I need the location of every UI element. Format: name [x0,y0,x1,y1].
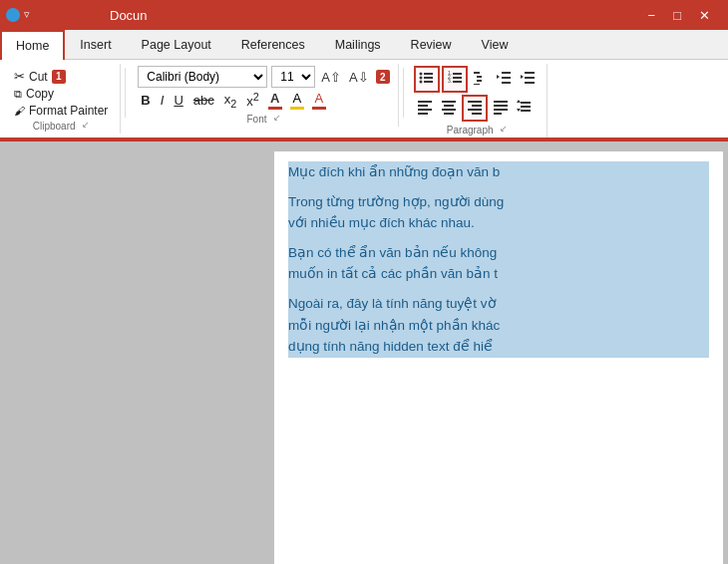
svg-rect-22 [525,82,535,84]
numbered-list-button[interactable]: 1. 2. 3. [442,66,468,93]
paragraph-3: Bạn có thể ẩn văn bản nếu không muốn in … [288,242,709,285]
close-button[interactable]: ✕ [691,8,718,23]
svg-rect-29 [444,105,454,107]
svg-rect-20 [525,72,535,74]
highlight-color-button[interactable]: A [288,90,306,111]
svg-rect-26 [418,109,432,111]
multilevel-list-button[interactable] [470,68,492,91]
title-text: Docun [110,8,148,23]
document-sidebar [0,141,269,564]
tab-mailings[interactable]: Mailings [320,31,396,59]
align-left-icon [417,99,433,115]
align-left-button[interactable] [414,97,436,120]
italic-button[interactable]: I [158,92,168,109]
clipboard-expand-icon[interactable]: ↙ [82,120,90,130]
svg-point-4 [419,81,422,84]
font-size-selector[interactable]: 11 [271,66,315,88]
svg-rect-15 [474,84,480,85]
font-family-selector[interactable]: Calibri (Body) [138,66,267,88]
decrease-indent-button[interactable] [494,68,516,91]
svg-point-2 [419,77,422,80]
align-center-button[interactable] [438,97,460,120]
tab-home[interactable]: Home [0,30,65,60]
font-row2: B I U abc x2 x2 A A A [138,90,389,111]
font-color-button[interactable]: A [266,90,284,111]
svg-rect-42 [521,110,531,112]
align-right-button[interactable] [462,95,488,122]
font-badge-2: 2 [376,70,390,84]
svg-rect-11 [453,81,462,83]
subscript-button[interactable]: x2 [221,91,240,111]
clipboard-buttons: ✂ Cut 1 ⧉ Copy 🖌 Format Painter [10,68,112,119]
ribbon-tabs: Home Insert Page Layout References Maili… [0,30,728,60]
font-expand-icon[interactable]: ↙ [273,113,281,123]
line-spacing-icon [517,99,533,115]
font-row1: Calibri (Body) 11 A⇧ A⇩ 2 [138,66,389,88]
svg-rect-5 [424,81,433,83]
svg-rect-24 [418,101,432,103]
decrease-indent-icon [497,70,513,86]
paragraph-1: Mục đích khi ẩn những đoạn văn b [288,161,709,183]
svg-marker-44 [517,109,521,112]
svg-rect-3 [424,77,433,79]
bullet-list-button[interactable] [414,66,440,93]
font-group: Calibri (Body) 11 A⇧ A⇩ 2 B I U abc x2 x… [130,64,398,127]
tab-review[interactable]: Review [396,31,467,59]
increase-font-button[interactable]: A⇧ [319,69,343,86]
increase-indent-button[interactable] [518,68,540,91]
line-spacing-button[interactable] [514,97,536,120]
svg-rect-16 [502,72,511,74]
cut-button[interactable]: ✂ Cut 1 [10,68,112,85]
quick-access[interactable]: ▿ [24,8,30,22]
clipboard-group: ✂ Cut 1 ⧉ Copy 🖌 Format Painter Clipboar… [6,64,121,134]
minimize-button[interactable]: − [640,8,664,23]
svg-rect-33 [472,105,482,107]
strikethrough-button[interactable]: abc [190,92,217,109]
align-right-icon [467,99,483,115]
separator2 [403,68,404,118]
svg-rect-28 [442,101,456,103]
text-color-button[interactable]: A [310,90,328,111]
copy-icon: ⧉ [14,88,22,101]
ribbon-content: ✂ Cut 1 ⧉ Copy 🖌 Format Painter Clipboar… [0,60,728,140]
svg-rect-38 [494,109,508,111]
separator1 [125,68,126,118]
tab-page-layout[interactable]: Page Layout [127,31,226,59]
restore-button[interactable]: □ [665,8,689,23]
svg-rect-41 [521,106,531,108]
svg-marker-23 [521,75,524,79]
svg-rect-39 [494,113,502,115]
justify-icon [493,99,509,115]
decrease-font-button[interactable]: A⇩ [347,69,371,86]
bullet-list-icon [419,70,435,86]
ribbon: ✂ Cut 1 ⧉ Copy 🖌 Format Painter Clipboar… [0,60,728,141]
svg-rect-34 [468,109,482,111]
underline-button[interactable]: U [171,92,185,109]
tab-view[interactable]: View [467,31,524,59]
document-area: Mục đích khi ẩn những đoạn văn b Trong t… [0,141,728,564]
svg-rect-27 [418,113,428,115]
superscript-button[interactable]: x2 [243,90,262,110]
document-page[interactable]: Mục đích khi ẩn những đoạn văn b Trong t… [274,151,723,564]
tab-insert[interactable]: Insert [65,31,126,59]
clipboard-label: Clipboard [33,121,76,132]
svg-rect-32 [468,101,482,103]
svg-point-0 [419,73,422,76]
app-icon [6,8,20,22]
svg-rect-37 [494,105,508,107]
svg-rect-30 [442,109,456,111]
bold-button[interactable]: B [138,92,153,109]
document-content: Mục đích khi ẩn những đoạn văn b Trong t… [288,161,709,358]
justify-button[interactable] [490,97,512,120]
svg-marker-43 [517,100,521,103]
format-painter-button[interactable]: 🖌 Format Painter [10,103,112,119]
svg-rect-14 [477,80,482,82]
title-bar: ▿ Docun − □ ✕ [0,0,728,30]
svg-rect-18 [502,82,511,84]
tab-references[interactable]: References [226,31,320,59]
font-color-icon: A [270,91,279,106]
paragraph-4: Ngoài ra, đây là tính năng tuyệt vờmỗi n… [288,293,709,358]
paragraph-expand-icon[interactable]: ↙ [500,124,508,134]
para-row1: 1. 2. 3. [414,66,541,93]
copy-button[interactable]: ⧉ Copy [10,86,112,102]
